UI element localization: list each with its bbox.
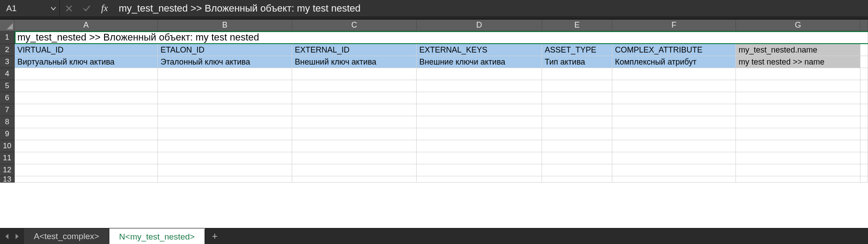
cell[interactable] bbox=[15, 68, 158, 80]
cell[interactable] bbox=[292, 92, 417, 104]
cell[interactable] bbox=[292, 140, 417, 152]
cell[interactable] bbox=[860, 56, 868, 68]
row-header[interactable]: 8 bbox=[0, 116, 15, 128]
cell[interactable] bbox=[736, 140, 860, 152]
cell[interactable] bbox=[736, 176, 860, 183]
cell[interactable] bbox=[417, 164, 542, 176]
cell[interactable] bbox=[612, 92, 736, 104]
cell[interactable] bbox=[15, 104, 158, 116]
cell[interactable] bbox=[292, 152, 417, 164]
cancel-formula-button[interactable] bbox=[60, 0, 78, 16]
cell[interactable] bbox=[417, 80, 542, 92]
select-all-corner[interactable] bbox=[0, 20, 15, 31]
cell[interactable] bbox=[860, 68, 868, 80]
cell[interactable] bbox=[612, 80, 736, 92]
formula-input[interactable]: my_test_nested >> Вложенный объект: my t… bbox=[113, 0, 868, 16]
cell[interactable] bbox=[542, 92, 612, 104]
cell[interactable] bbox=[542, 80, 612, 92]
cell[interactable]: my test nested >> name bbox=[736, 56, 860, 68]
cell[interactable] bbox=[417, 140, 542, 152]
cell[interactable]: Тип актива bbox=[542, 56, 612, 68]
add-sheet-button[interactable]: + bbox=[205, 228, 225, 244]
insert-function-button[interactable]: fx bbox=[96, 0, 113, 16]
cell[interactable] bbox=[417, 92, 542, 104]
cell[interactable] bbox=[860, 80, 868, 92]
cell[interactable] bbox=[612, 140, 736, 152]
cell[interactable]: EXTERNAL_KEYS bbox=[417, 44, 542, 56]
cell[interactable]: Внешний ключ актива bbox=[292, 56, 417, 68]
cell[interactable] bbox=[612, 152, 736, 164]
row-header[interactable]: 2 bbox=[0, 44, 15, 56]
cell[interactable] bbox=[158, 116, 292, 128]
sheet-tab-active[interactable]: N<my_test_nested> bbox=[109, 228, 205, 244]
cell[interactable] bbox=[542, 104, 612, 116]
cell[interactable]: Внешние ключи актива bbox=[417, 56, 542, 68]
cell[interactable] bbox=[158, 92, 292, 104]
cell[interactable] bbox=[860, 44, 868, 56]
cell[interactable] bbox=[736, 80, 860, 92]
cell[interactable] bbox=[736, 68, 860, 80]
cell[interactable] bbox=[15, 152, 158, 164]
row-header[interactable]: 1 bbox=[0, 31, 15, 44]
column-header[interactable]: C bbox=[292, 20, 417, 31]
cell[interactable] bbox=[292, 176, 417, 183]
row-header[interactable]: 6 bbox=[0, 92, 15, 104]
cell[interactable]: COMPLEX_ATTRIBUTE bbox=[612, 44, 736, 56]
accept-formula-button[interactable] bbox=[78, 0, 96, 16]
cell[interactable] bbox=[860, 116, 868, 128]
row-header[interactable]: 11 bbox=[0, 152, 15, 164]
row-header[interactable]: 7 bbox=[0, 104, 15, 116]
cell[interactable] bbox=[417, 152, 542, 164]
cell[interactable]: ASSET_TYPE bbox=[542, 44, 612, 56]
cell[interactable]: ETALON_ID bbox=[158, 44, 292, 56]
cell[interactable] bbox=[542, 140, 612, 152]
cell[interactable] bbox=[417, 68, 542, 80]
row-header[interactable]: 3 bbox=[0, 56, 15, 68]
cell[interactable]: my_test_nested.name bbox=[736, 44, 860, 56]
cell[interactable] bbox=[158, 80, 292, 92]
cell[interactable] bbox=[158, 128, 292, 140]
cell[interactable] bbox=[736, 164, 860, 176]
name-box[interactable]: A1 bbox=[0, 0, 60, 16]
cell[interactable] bbox=[860, 128, 868, 140]
cell[interactable] bbox=[417, 176, 542, 183]
cell[interactable] bbox=[542, 152, 612, 164]
cell[interactable]: EXTERNAL_ID bbox=[292, 44, 417, 56]
cell[interactable] bbox=[612, 68, 736, 80]
tab-next-button[interactable] bbox=[15, 233, 20, 240]
cell[interactable] bbox=[860, 92, 868, 104]
cell[interactable] bbox=[15, 164, 158, 176]
row-header[interactable]: 5 bbox=[0, 80, 15, 92]
cell[interactable]: Виртуальный ключ актива bbox=[15, 56, 158, 68]
cell[interactable] bbox=[417, 104, 542, 116]
cell[interactable] bbox=[292, 80, 417, 92]
cell[interactable] bbox=[860, 104, 868, 116]
cell[interactable] bbox=[158, 140, 292, 152]
cell[interactable] bbox=[542, 116, 612, 128]
cell-merged-title[interactable]: my_test_nested >> Вложенный объект: my t… bbox=[15, 31, 868, 44]
cell[interactable] bbox=[15, 116, 158, 128]
cell[interactable] bbox=[542, 176, 612, 183]
cell[interactable] bbox=[542, 164, 612, 176]
cell[interactable] bbox=[612, 128, 736, 140]
column-header[interactable]: B bbox=[158, 20, 292, 31]
row-header[interactable]: 10 bbox=[0, 140, 15, 152]
row-header[interactable]: 4 bbox=[0, 68, 15, 80]
cell[interactable] bbox=[15, 140, 158, 152]
cell[interactable] bbox=[736, 116, 860, 128]
cell[interactable] bbox=[612, 116, 736, 128]
cell[interactable] bbox=[542, 68, 612, 80]
cell[interactable] bbox=[860, 140, 868, 152]
cell[interactable] bbox=[612, 164, 736, 176]
cell[interactable] bbox=[15, 176, 158, 183]
cell[interactable] bbox=[292, 116, 417, 128]
row-header[interactable]: 13 bbox=[0, 176, 15, 183]
cell[interactable] bbox=[417, 128, 542, 140]
cell[interactable] bbox=[860, 164, 868, 176]
cell[interactable] bbox=[158, 164, 292, 176]
cell[interactable] bbox=[612, 176, 736, 183]
cell[interactable] bbox=[292, 68, 417, 80]
cell[interactable] bbox=[542, 128, 612, 140]
cell[interactable] bbox=[158, 68, 292, 80]
cell[interactable] bbox=[736, 92, 860, 104]
